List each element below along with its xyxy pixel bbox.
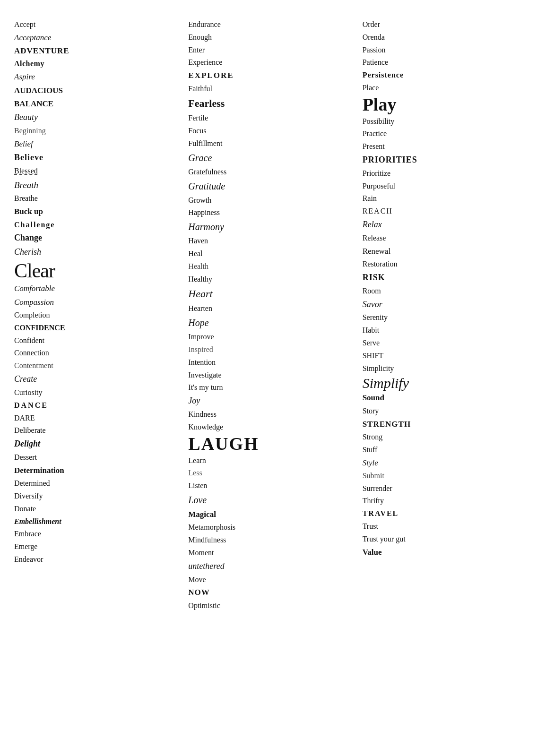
word-item: Change bbox=[14, 232, 183, 245]
word-item: Orenda bbox=[363, 32, 532, 43]
word-item: Create bbox=[14, 373, 183, 386]
word-item: Comfortable bbox=[14, 283, 183, 295]
word-item: Trust your gut bbox=[363, 533, 532, 545]
word-item: ADVENTURE bbox=[14, 45, 183, 57]
word-item: Renewal bbox=[363, 245, 532, 258]
word-item: Grace bbox=[188, 151, 357, 165]
word-item: Determined bbox=[14, 478, 183, 490]
word-item: Simplify bbox=[363, 375, 532, 391]
word-item: Magical bbox=[188, 508, 357, 521]
word-item: Patience bbox=[363, 57, 532, 69]
word-item: RISK bbox=[363, 271, 532, 284]
word-item: TRAVEL bbox=[363, 508, 532, 520]
word-item: Happiness bbox=[188, 207, 357, 219]
word-item: Confident bbox=[14, 335, 183, 347]
word-item: untethered bbox=[188, 560, 357, 573]
word-item: Stuff bbox=[363, 444, 532, 456]
word-item: Metamorphosis bbox=[188, 522, 357, 533]
word-item: Blessed bbox=[14, 165, 183, 177]
word-item: Thrifty bbox=[363, 495, 532, 507]
word-item: CONFIDENCE bbox=[14, 322, 183, 334]
word-item: Aspire bbox=[14, 71, 183, 83]
word-item: Serenity bbox=[363, 312, 532, 324]
word-item: Health bbox=[188, 261, 357, 273]
word-item: SHIFT bbox=[363, 350, 532, 362]
word-item: STRENGTH bbox=[363, 418, 532, 430]
word-item: LAUGH bbox=[188, 434, 357, 454]
word-item: Heart bbox=[188, 286, 357, 302]
word-item: Acceptance bbox=[14, 32, 183, 44]
word-item: Diversify bbox=[14, 490, 183, 502]
word-item: Harmony bbox=[188, 220, 357, 234]
word-item: Move bbox=[188, 574, 357, 586]
word-item: Faithful bbox=[188, 83, 357, 95]
word-item: Belief bbox=[14, 138, 183, 150]
word-item: Determination bbox=[14, 464, 183, 477]
word-item: Deliberate bbox=[14, 425, 183, 437]
word-item: Breathe bbox=[14, 193, 183, 205]
word-item: Breath bbox=[14, 178, 183, 192]
word-item: Knowledge bbox=[188, 421, 357, 433]
word-item: Rain bbox=[363, 193, 532, 205]
word-item: Donate bbox=[14, 503, 183, 515]
word-item: Enter bbox=[188, 44, 357, 56]
word-item: Investigate bbox=[188, 369, 357, 381]
word-item: Intention bbox=[188, 357, 357, 369]
word-item: Emerge bbox=[14, 541, 183, 553]
word-item: Buck up bbox=[14, 206, 183, 218]
word-item: Optimistic bbox=[188, 600, 357, 612]
word-item: Sound bbox=[363, 392, 532, 404]
word-item: Gratitude bbox=[188, 179, 357, 194]
word-item: Endeavor bbox=[14, 554, 183, 566]
word-item: Learn bbox=[188, 455, 357, 467]
word-item: Style bbox=[363, 457, 532, 469]
word-item: Submit bbox=[363, 470, 532, 482]
word-item: Contentment bbox=[14, 360, 183, 372]
word-item: Order bbox=[363, 19, 532, 31]
word-item: Release bbox=[363, 232, 532, 244]
word-item: REACH bbox=[363, 206, 532, 217]
word-item: Healthy bbox=[188, 274, 357, 285]
word-item: Inspired bbox=[188, 344, 357, 356]
word-item: Relax bbox=[363, 218, 532, 232]
word-item: Beauty bbox=[14, 111, 183, 124]
word-list: AcceptAcceptanceADVENTUREAlchemyAspireAU… bbox=[14, 19, 532, 612]
word-item: Purposeful bbox=[363, 180, 532, 192]
word-item: Curiosity bbox=[14, 387, 183, 399]
word-item: Enough bbox=[188, 32, 357, 43]
word-item: Challenge bbox=[14, 219, 183, 231]
word-item: Surrender bbox=[363, 483, 532, 495]
word-item: Embrace bbox=[14, 528, 183, 540]
word-item: Play bbox=[363, 95, 532, 115]
word-item: Compassion bbox=[14, 296, 183, 309]
word-item: Believe bbox=[14, 151, 183, 164]
word-item: Savor bbox=[363, 298, 532, 311]
word-item: Strong bbox=[363, 431, 532, 443]
word-item: Kindness bbox=[188, 409, 357, 421]
word-item: Haven bbox=[188, 235, 357, 247]
word-item: Beginning bbox=[14, 125, 183, 137]
word-item: Mindfulness bbox=[188, 534, 357, 546]
word-item: Room bbox=[363, 285, 532, 297]
word-item: PRIORITIES bbox=[363, 154, 532, 167]
word-item: AUDACIOUS bbox=[14, 85, 183, 97]
word-item: NOW bbox=[188, 586, 357, 599]
word-item: Persistence bbox=[363, 69, 532, 81]
word-item: Love bbox=[188, 493, 357, 507]
word-item: Story bbox=[363, 405, 532, 417]
word-item: DARE bbox=[14, 412, 183, 424]
word-item: Moment bbox=[188, 547, 357, 559]
word-item: Gratefulness bbox=[188, 166, 357, 178]
word-item: Less bbox=[188, 467, 357, 479]
word-item: Fulfillment bbox=[188, 138, 357, 150]
column-2: EnduranceEnoughEnterExperienceEXPLOREFai… bbox=[188, 19, 357, 612]
word-item: Trust bbox=[363, 521, 532, 533]
word-item: Listen bbox=[188, 480, 357, 492]
word-item: Possibility bbox=[363, 116, 532, 128]
word-item: EXPLORE bbox=[188, 69, 357, 82]
word-item: Connection bbox=[14, 347, 183, 359]
word-item: BALANCE bbox=[14, 98, 183, 110]
word-item: DANCE bbox=[14, 400, 183, 412]
word-item: Hope bbox=[188, 316, 357, 330]
word-item: Passion bbox=[363, 44, 532, 56]
